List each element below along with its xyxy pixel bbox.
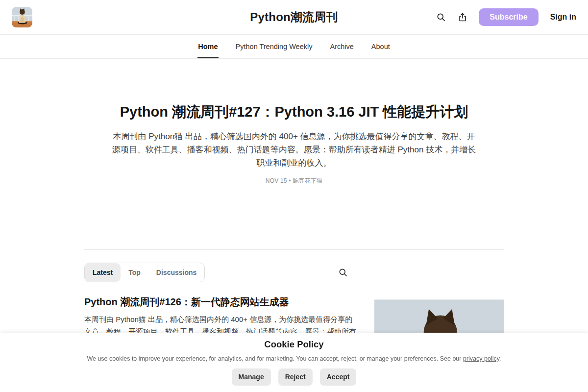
feed-tabs: Latest Top Discussions (84, 263, 205, 282)
cookie-banner-title: Cookie Policy (0, 339, 588, 350)
post-author[interactable]: 豌豆花下猫 (293, 177, 322, 184)
featured-post-byline: NOV 15 • 豌豆花下猫 (0, 177, 588, 185)
publication-logo[interactable] (12, 7, 32, 27)
cookie-message-period: . (499, 355, 501, 362)
cookie-banner: Cookie Policy We use cookies to improve … (0, 333, 588, 392)
tab-top[interactable]: Top (121, 263, 148, 282)
feed-search-icon[interactable] (337, 267, 349, 278)
search-icon[interactable] (436, 12, 446, 23)
nav-item-about[interactable]: About (371, 35, 390, 58)
share-icon[interactable] (457, 12, 468, 23)
header-actions: Subscribe Sign in (436, 8, 576, 26)
hero-section: Python 潮流周刊#127：Python 3.16 JIT 性能提升计划 本… (0, 59, 588, 185)
cookie-banner-message: We use cookies to improve your experienc… (0, 355, 588, 362)
subscribe-button[interactable]: Subscribe (479, 8, 538, 26)
post-date: NOV 15 (266, 177, 287, 184)
cookie-message-text: We use cookies to improve your experienc… (87, 355, 463, 362)
tab-discussions[interactable]: Discussions (148, 263, 204, 282)
cookie-manage-button[interactable]: Manage (232, 368, 271, 386)
featured-post-title[interactable]: Python 潮流周刊#127：Python 3.16 JIT 性能提升计划 (108, 102, 480, 122)
nav-item-python-trending-weekly[interactable]: Python Trending Weekly (236, 35, 313, 58)
cat-logo-icon (12, 7, 32, 27)
cookie-banner-actions: Manage Reject Accept (0, 368, 588, 386)
tab-latest[interactable]: Latest (85, 263, 121, 282)
section-divider (84, 249, 504, 250)
publication-title[interactable]: Python潮流周刊 (250, 9, 338, 25)
site-nav: Home Python Trending Weekly Archive Abou… (0, 35, 588, 59)
featured-post-description: 本周刊由 Python猫 出品，精心筛选国内外的 400+ 信息源，为你挑选最值… (111, 130, 477, 170)
cookie-reject-button[interactable]: Reject (278, 368, 313, 386)
privacy-policy-link[interactable]: privacy policy (463, 355, 499, 362)
post-item-title: Python 潮流周刊#126：新一代静态网站生成器 (84, 295, 357, 309)
cookie-accept-button[interactable]: Accept (320, 368, 357, 386)
nav-item-home[interactable]: Home (198, 35, 218, 58)
byline-separator: • (289, 177, 293, 184)
nav-item-archive[interactable]: Archive (330, 35, 353, 58)
feed-toolbar: Latest Top Discussions (84, 263, 357, 282)
site-header: Python潮流周刊 Subscribe Sign in (0, 0, 588, 35)
signin-button[interactable]: Sign in (550, 13, 576, 22)
